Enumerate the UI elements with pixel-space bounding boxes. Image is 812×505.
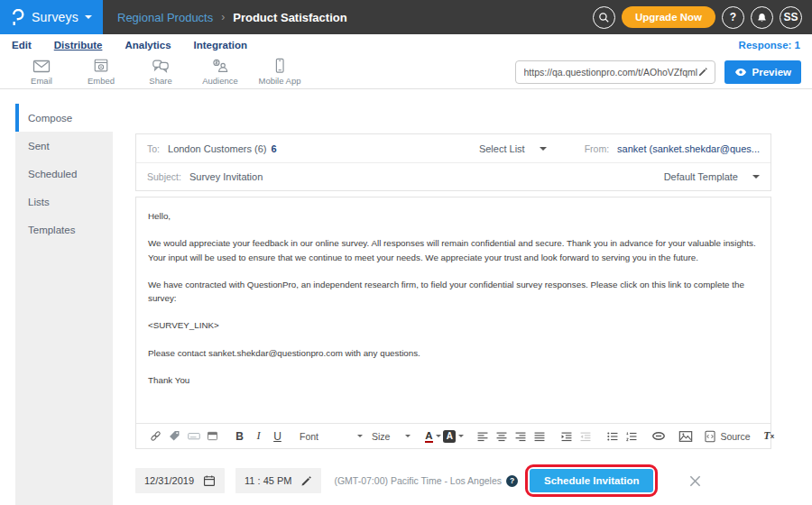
subject-value[interactable]: Survey Invitation <box>189 171 263 182</box>
breadcrumb-separator: › <box>221 11 225 23</box>
time-picker[interactable]: 11 : 45 PM <box>235 468 321 493</box>
close-icon <box>688 474 702 488</box>
align-center-button[interactable] <box>493 427 510 445</box>
channel-email-label: Email <box>31 76 52 86</box>
outdent-button <box>577 427 594 445</box>
source-button[interactable]: Source <box>704 427 750 445</box>
timezone-info: (GMT-07:00) Pacific Time - Los Angeles ? <box>334 475 518 487</box>
insert-link-button[interactable] <box>650 427 667 445</box>
compose-form: To: London Customers (6) 6 Select List F… <box>135 133 771 497</box>
top-header: Surveys Regional Products › Product Sati… <box>0 0 812 34</box>
size-dropdown[interactable]: Size <box>368 431 414 442</box>
email-sidebar: Compose Sent Scheduled Lists Templates <box>15 104 113 505</box>
bulleted-list-button[interactable] <box>604 427 621 445</box>
avatar[interactable]: SS <box>780 6 802 29</box>
channel-audience[interactable]: Audience <box>190 58 250 86</box>
sidebar-item-templates[interactable]: Templates <box>15 216 113 243</box>
breadcrumb-folder[interactable]: Regional Products <box>117 11 213 24</box>
subject-label: Subject: <box>147 171 181 182</box>
cancel-schedule-button[interactable] <box>688 474 702 488</box>
tab-distribute[interactable]: Distribute <box>54 40 103 50</box>
subject-row: Subject: Survey Invitation Default Templ… <box>136 162 770 190</box>
font-dropdown-label: Font <box>300 431 318 442</box>
channel-audience-label: Audience <box>202 76 238 86</box>
italic-button[interactable]: I <box>250 427 267 445</box>
editor-toolbar: B I U Font Size A A <box>136 423 770 448</box>
chevron-down-icon <box>752 175 760 179</box>
sidebar-item-lists[interactable]: Lists <box>15 188 113 216</box>
timezone-label: (GMT-07:00) Pacific Time - Los Angeles <box>334 475 502 486</box>
template-label: Default Template <box>664 171 738 182</box>
timezone-help-icon[interactable]: ? <box>506 475 518 487</box>
insert-image-button[interactable] <box>677 427 694 445</box>
button-icon[interactable] <box>204 427 221 445</box>
survey-link-icon[interactable] <box>147 427 164 445</box>
eye-icon <box>734 68 747 77</box>
schedule-invitation-button[interactable]: Schedule Invitation <box>530 469 653 492</box>
survey-url-field[interactable]: https://qa.questionpro.com/t/AOhoVZfqml <box>515 60 715 84</box>
from-value[interactable]: sanket (sanket.shekdar@ques... <box>617 143 760 154</box>
font-dropdown[interactable]: Font <box>296 431 366 442</box>
body-paragraph: We have contracted with QuestionPro, an … <box>148 278 759 306</box>
tab-edit[interactable]: Edit <box>12 40 32 50</box>
edit-url-icon[interactable] <box>697 67 708 78</box>
text-color-button[interactable]: A <box>424 427 441 445</box>
preview-button[interactable]: Preview <box>724 60 801 84</box>
mobile-app-icon <box>272 58 288 74</box>
remove-format-button[interactable]: Tx <box>761 427 778 445</box>
body-paragraph: Please contact sanket.shekdar@questionpr… <box>148 346 759 360</box>
audience-icon <box>211 58 229 74</box>
sidebar-item-compose[interactable]: Compose <box>15 104 113 132</box>
underline-button[interactable]: U <box>269 427 286 445</box>
bold-button[interactable]: B <box>231 427 248 445</box>
calendar-icon <box>203 474 216 487</box>
distribute-content: Compose Sent Scheduled Lists Templates T… <box>0 89 812 505</box>
body-paragraph: <SURVEY_LINK> <box>148 318 759 332</box>
tag-icon[interactable] <box>166 427 183 445</box>
search-button[interactable] <box>593 6 615 29</box>
text-field-icon[interactable] <box>185 427 202 445</box>
bell-icon <box>756 12 768 23</box>
sidebar-item-sent[interactable]: Sent <box>15 132 113 160</box>
share-icon <box>152 58 170 74</box>
body-paragraph: Hello, <box>148 209 759 223</box>
channel-email[interactable]: Email <box>12 59 71 86</box>
channel-embed[interactable]: Embed <box>71 58 131 86</box>
from-label: From: <box>585 143 609 154</box>
upgrade-now-button[interactable]: Upgrade Now <box>622 6 715 28</box>
numbered-list-button[interactable] <box>623 427 640 445</box>
tab-analytics[interactable]: Analytics <box>125 40 171 50</box>
select-list-label: Select List <box>479 143 525 154</box>
channel-mobile-app[interactable]: Mobile App <box>250 58 309 86</box>
help-button[interactable]: ? <box>722 6 744 29</box>
survey-url-text: https://qa.questionpro.com/t/AOhoVZfqml <box>524 67 697 78</box>
select-list-dropdown[interactable]: Select List <box>479 143 547 154</box>
schedule-row: 12/31/2019 11 : 45 PM (GMT-07:00) Pacifi… <box>135 464 771 497</box>
to-label: To: <box>147 143 160 154</box>
distribute-channel-bar: Email Embed Share Audience <box>0 55 812 89</box>
sidebar-item-scheduled[interactable]: Scheduled <box>15 160 113 188</box>
tab-integration[interactable]: Integration <box>194 40 247 50</box>
notifications-button[interactable] <box>751 6 773 29</box>
email-editor: Hello, We would appreciate your feedback… <box>135 197 771 449</box>
justify-button[interactable] <box>531 427 548 445</box>
email-body-editor[interactable]: Hello, We would appreciate your feedback… <box>136 197 770 423</box>
indent-button[interactable] <box>558 427 575 445</box>
survey-nav-tabs: Edit Distribute Analytics Integration Re… <box>0 34 812 55</box>
to-value[interactable]: London Customers (6) <box>168 143 266 154</box>
to-recipient-count[interactable]: 6 <box>271 143 276 154</box>
date-picker[interactable]: 12/31/2019 <box>135 468 225 493</box>
time-value: 11 : 45 PM <box>245 475 291 486</box>
response-count[interactable]: Response: 1 <box>739 40 800 50</box>
align-right-button[interactable] <box>512 427 529 445</box>
breadcrumb-survey-name: Product Satisfaction <box>233 11 346 24</box>
align-left-button[interactable] <box>474 427 491 445</box>
background-color-button[interactable]: A <box>443 427 464 445</box>
chevron-down-icon <box>436 435 441 437</box>
channel-share[interactable]: Share <box>131 58 190 86</box>
to-row: To: London Customers (6) 6 Select List F… <box>136 134 770 162</box>
pencil-icon <box>300 475 312 487</box>
surveys-menu[interactable]: Surveys <box>0 0 103 34</box>
template-dropdown[interactable]: Default Template <box>664 171 760 182</box>
body-paragraph: Thank You <box>148 373 759 387</box>
